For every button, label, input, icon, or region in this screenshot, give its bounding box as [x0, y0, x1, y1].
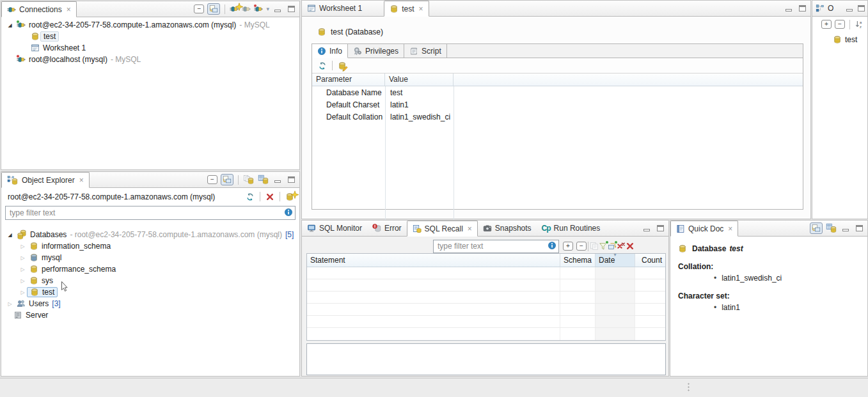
refresh-button[interactable]	[246, 192, 255, 201]
link-with-editor-toggle[interactable]	[810, 222, 823, 234]
disconnect-x-button[interactable]	[265, 192, 274, 201]
new-database-button[interactable]	[285, 192, 294, 201]
close-icon[interactable]: ×	[468, 225, 472, 233]
maximize-button[interactable]	[286, 4, 296, 14]
reconnect-button[interactable]	[242, 4, 251, 13]
tab-worksheet-1[interactable]: Worksheet 1	[302, 1, 367, 16]
disconnect-button[interactable]	[254, 4, 263, 13]
delete-all-button[interactable]	[617, 242, 626, 251]
expand-icon[interactable]: ▷	[19, 278, 26, 284]
close-icon[interactable]: ×	[67, 6, 71, 13]
tree-item-schema-test[interactable]: ▷ test	[1, 286, 299, 298]
maximize-button[interactable]	[856, 3, 866, 13]
tree-item-worksheet[interactable]: Worksheet 1	[1, 42, 299, 54]
table-row[interactable]	[307, 267, 665, 279]
tree-item-databases[interactable]: ◢ Databases - root@ec2-34-205-77-58.comp…	[1, 229, 299, 240]
column-header-count[interactable]: Count	[635, 254, 665, 267]
minimize-button[interactable]	[840, 223, 851, 233]
tab-sql-recall[interactable]: SQL Recall ×	[407, 221, 478, 237]
tab-privileges[interactable]: Privileges	[348, 44, 404, 58]
tab-outline[interactable]: O	[812, 1, 835, 16]
tab-connections[interactable]: Connections ×	[1, 1, 77, 17]
tree-item-schema[interactable]: ▷ mysql	[1, 252, 299, 263]
maximize-button[interactable]	[286, 175, 296, 185]
link-with-editor-toggle[interactable]	[207, 3, 220, 15]
maximize-button[interactable]	[655, 223, 665, 233]
tree-item-connection-aws[interactable]: ◢ root@ec2-34-205-77-58.compute-1.amazon…	[1, 19, 299, 31]
drag-grip-icon[interactable]	[688, 382, 690, 393]
tree-item-connection-localhost[interactable]: root@localhost (mysql) - MySQL	[1, 54, 299, 65]
copy-button[interactable]	[590, 242, 599, 251]
expand-icon[interactable]: ▷	[19, 267, 26, 272]
filter-input[interactable]	[5, 206, 296, 220]
expand-all-button[interactable]: +	[821, 20, 832, 29]
expand-icon[interactable]: ◢	[6, 232, 13, 238]
tab-run-routines[interactable]: Cp Run Routines	[537, 221, 606, 236]
refresh-button[interactable]	[318, 61, 327, 70]
show-table-data-button[interactable]	[258, 175, 269, 185]
minimize-button[interactable]	[784, 3, 794, 13]
tree-item-test[interactable]: test	[812, 34, 867, 45]
filter-funnel-button[interactable]	[599, 242, 608, 251]
minimize-button[interactable]	[844, 3, 855, 13]
expand-icon[interactable]: ◢	[6, 22, 13, 28]
export-button[interactable]	[608, 242, 617, 251]
table-row[interactable]: Default Collation latin1_swedish_ci	[312, 111, 803, 123]
minimize-button[interactable]	[272, 4, 283, 14]
maximize-button[interactable]	[797, 3, 807, 13]
expand-all-button[interactable]: +	[563, 242, 573, 251]
close-icon[interactable]: ×	[728, 225, 732, 233]
tab-object-explorer[interactable]: Object Explorer ×	[1, 172, 90, 188]
column-header-schema[interactable]: Schema	[560, 254, 595, 267]
tab-snapshots[interactable]: Snapshots	[478, 221, 537, 236]
show-object-doc-button[interactable]	[826, 223, 837, 233]
tree-item-schema[interactable]: ▷ sys	[1, 275, 299, 286]
link-with-editor-toggle[interactable]	[221, 174, 233, 185]
maximize-button[interactable]	[854, 223, 864, 233]
expand-icon[interactable]: ▷	[19, 255, 26, 261]
column-header-parameter[interactable]: Parameter	[312, 74, 385, 86]
table-row[interactable]	[307, 279, 665, 292]
collapse-all-button[interactable]: −	[835, 20, 845, 29]
sort-alphabetical-icon[interactable]	[855, 20, 864, 29]
view-menu-button[interactable]: ▾	[266, 6, 269, 12]
tab-info[interactable]: Info	[312, 44, 348, 58]
edit-database-button[interactable]	[338, 61, 347, 70]
info-icon[interactable]	[284, 208, 293, 217]
sql-filter-input[interactable]	[433, 240, 559, 253]
close-icon[interactable]: ×	[419, 5, 423, 13]
expand-icon[interactable]: ▷	[19, 244, 26, 249]
expand-icon[interactable]: ▷	[19, 290, 26, 295]
tab-quick-doc[interactable]: Quick Doc ×	[670, 221, 738, 237]
refresh-objects-button[interactable]	[243, 175, 255, 185]
tree-item-schema[interactable]: ▷ performance_schema	[1, 263, 299, 275]
tree-item-users[interactable]: ▷ Users [3]	[1, 298, 299, 309]
table-row[interactable]	[307, 292, 665, 304]
tab-sql-monitor[interactable]: SQL Monitor	[302, 221, 367, 236]
column-header-date[interactable]: ▾ Date	[595, 254, 635, 267]
sql-statement-detail-box[interactable]	[306, 343, 666, 375]
table-row[interactable]	[307, 328, 665, 340]
tab-script[interactable]: Script	[404, 44, 447, 58]
tab-error[interactable]: Error	[367, 221, 407, 236]
column-header-value[interactable]: Value	[385, 74, 454, 86]
close-icon[interactable]: ×	[79, 176, 84, 184]
info-icon[interactable]	[548, 241, 556, 250]
collapse-all-button[interactable]: −	[207, 175, 217, 184]
collapse-all-button[interactable]: −	[576, 242, 587, 251]
tab-test-database[interactable]: test ×	[384, 1, 429, 17]
table-row[interactable]: Default Charset latin1	[312, 98, 803, 111]
collapse-all-button[interactable]: −	[194, 4, 204, 13]
delete-button[interactable]	[626, 242, 635, 251]
minimize-button[interactable]	[272, 175, 283, 185]
column-header-statement[interactable]: Statement	[307, 254, 560, 267]
table-row[interactable]	[307, 304, 665, 316]
minimize-button[interactable]	[642, 223, 652, 233]
tree-item-database-test[interactable]: test	[1, 31, 299, 42]
tree-item-schema[interactable]: ▷ information_schema	[1, 240, 299, 252]
tree-item-server[interactable]: Server	[1, 309, 299, 321]
expand-icon[interactable]: ▷	[6, 301, 13, 307]
connect-button[interactable]	[230, 4, 239, 13]
table-row[interactable]	[307, 316, 665, 328]
table-row[interactable]: Database Name test	[312, 86, 803, 98]
